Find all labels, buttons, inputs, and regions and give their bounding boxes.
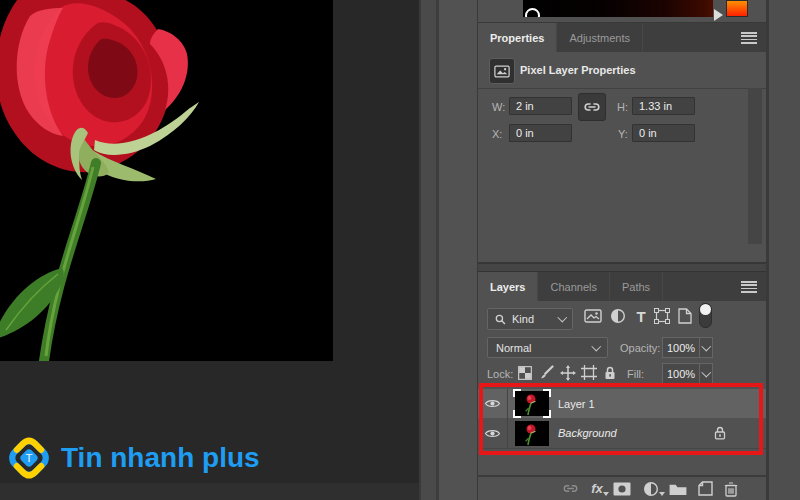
layer-list: Layer 1 — [478, 388, 766, 455]
height-input[interactable] — [632, 97, 695, 115]
opacity-dropdown-button[interactable] — [699, 337, 713, 358]
current-color-swatch[interactable] — [726, 0, 748, 17]
color-picker-ring-icon[interactable] — [525, 8, 540, 17]
link-dimensions-button[interactable] — [578, 93, 606, 121]
layer-thumbnail[interactable] — [515, 391, 549, 416]
lock-position-move-icon[interactable] — [559, 364, 576, 381]
filter-adjustment-layers-icon[interactable] — [609, 307, 627, 325]
tab-channels[interactable]: Channels — [538, 272, 609, 301]
trash-icon — [724, 481, 738, 497]
tab-adjustments-label: Adjustments — [569, 32, 630, 44]
opacity-label: Opacity: — [620, 342, 660, 354]
tab-layers[interactable]: Layers — [478, 272, 538, 301]
tab-properties-label: Properties — [490, 32, 544, 44]
folder-icon — [668, 482, 688, 496]
new-page-icon — [698, 481, 713, 496]
fill-dropdown-button[interactable] — [699, 363, 713, 384]
eye-icon — [484, 428, 501, 439]
opacity-value[interactable]: 100% — [662, 337, 699, 358]
scrollbar-thumb[interactable] — [748, 88, 762, 244]
chain-link-icon — [583, 101, 601, 113]
search-icon — [495, 314, 506, 325]
tab-layers-label: Layers — [490, 281, 525, 293]
panel-dock: Properties Adjustments Pixel Layer Prope… — [478, 0, 766, 500]
blend-row: Normal Opacity: 100% — [478, 332, 766, 360]
y-input[interactable] — [632, 124, 695, 142]
dock-strip — [421, 0, 436, 500]
filter-shape-layers-icon[interactable] — [653, 307, 671, 325]
lock-label: Lock: — [487, 368, 513, 380]
layer-row-background[interactable]: Background — [478, 418, 766, 449]
lock-artboard-icon[interactable] — [580, 364, 597, 381]
filter-kind-dropdown[interactable]: Kind — [487, 308, 573, 330]
panel-gap — [478, 264, 766, 271]
lock-all-icon[interactable] — [601, 364, 618, 381]
properties-panel-menu-icon[interactable] — [741, 32, 757, 44]
tab-paths[interactable]: Paths — [610, 272, 663, 301]
filter-kind-label: Kind — [512, 313, 534, 325]
visibility-toggle[interactable] — [478, 389, 508, 418]
workspace-bottom-strip — [0, 483, 419, 500]
fill-control[interactable]: 100% — [662, 363, 713, 384]
layers-panel-menu-icon[interactable] — [741, 281, 757, 293]
rose-image — [0, 0, 333, 361]
properties-header: Pixel Layer Properties — [478, 52, 766, 89]
layer-thumbnail[interactable] — [515, 421, 549, 446]
color-field[interactable] — [523, 0, 713, 17]
right-gutter — [769, 0, 800, 500]
document-canvas[interactable] — [0, 0, 333, 361]
chevron-down-icon — [557, 313, 566, 322]
link-layers-button[interactable] — [560, 480, 580, 497]
tab-properties[interactable]: Properties — [478, 23, 557, 52]
width-input[interactable] — [509, 97, 572, 115]
layer-name[interactable]: Layer 1 — [558, 398, 595, 410]
opacity-control[interactable]: 100% — [662, 337, 713, 358]
new-adjustment-layer-button[interactable] — [641, 480, 661, 497]
layer-mask-icon — [613, 482, 631, 496]
tab-adjustments[interactable]: Adjustments — [557, 23, 643, 52]
layer-name[interactable]: Background — [558, 427, 617, 439]
lock-transparency-icon[interactable] — [516, 364, 533, 381]
lock-icon — [714, 426, 726, 440]
color-slider-arrow-icon[interactable] — [714, 9, 723, 21]
fill-value[interactable]: 100% — [662, 363, 699, 384]
layers-footer: fx — [478, 477, 766, 500]
lock-row: Lock: — [478, 360, 766, 386]
eye-icon — [484, 398, 501, 409]
add-layer-mask-button[interactable] — [612, 480, 632, 497]
dock-strip — [439, 0, 477, 500]
visibility-toggle[interactable] — [478, 418, 508, 448]
layers-filter-row: Kind T — [478, 300, 766, 332]
tab-channels-label: Channels — [550, 281, 596, 293]
filter-smart-objects-icon[interactable] — [676, 307, 694, 325]
properties-title: Pixel Layer Properties — [520, 52, 636, 88]
chain-link-icon — [562, 483, 579, 494]
layer-row-layer1[interactable]: Layer 1 — [478, 389, 766, 419]
brand-name: Tin nhanh plus — [61, 442, 260, 474]
filter-pixel-layers-icon[interactable] — [584, 307, 602, 325]
filter-toggle-switch[interactable] — [699, 303, 712, 328]
flyout-triangle-icon — [603, 492, 609, 496]
new-group-button[interactable] — [668, 480, 688, 497]
flyout-triangle-icon — [659, 492, 665, 496]
lock-image-brush-icon[interactable] — [538, 364, 555, 381]
adjustment-circle-icon — [643, 481, 659, 497]
color-panel-bottom — [478, 0, 766, 23]
tab-paths-label: Paths — [622, 281, 650, 293]
x-label: X: — [492, 128, 502, 140]
watermark-brand: T Tin nhanh plus — [6, 433, 260, 483]
y-label: Y: — [618, 128, 628, 140]
properties-tabbar: Properties Adjustments — [478, 23, 766, 52]
blend-mode-dropdown[interactable]: Normal — [487, 337, 608, 358]
fx-icon: fx — [591, 481, 603, 496]
svg-text:T: T — [25, 452, 32, 464]
height-label: H: — [617, 101, 628, 113]
fill-label: Fill: — [627, 368, 644, 380]
photoshop-window: T Tin nhanh plus Properties Adjustments — [0, 0, 800, 500]
new-layer-button[interactable] — [695, 480, 715, 497]
delete-layer-button[interactable] — [721, 480, 741, 497]
blend-mode-value: Normal — [496, 342, 531, 354]
x-input[interactable] — [509, 124, 572, 142]
layers-tabbar: Layers Channels Paths — [478, 271, 766, 301]
filter-type-layers-icon[interactable]: T — [632, 307, 650, 325]
